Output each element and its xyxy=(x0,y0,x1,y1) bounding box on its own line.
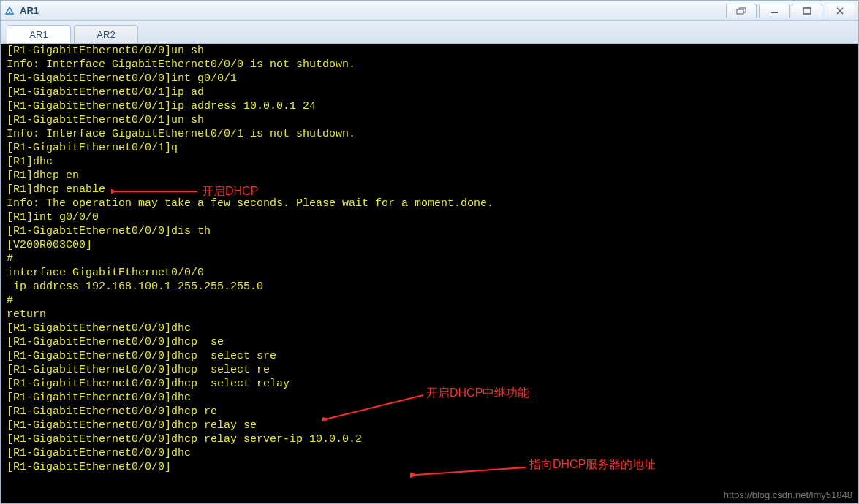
terminal-line: [R1-GigabitEthernet0/0/0]un sh xyxy=(1,44,858,58)
tab-ar2[interactable]: AR2 xyxy=(74,25,138,44)
window-buttons xyxy=(724,4,855,18)
terminal-line: [R1-GigabitEthernet0/0/0] xyxy=(1,460,858,474)
window-title: AR1 xyxy=(20,5,724,16)
terminal-line: [R1-GigabitEthernet0/0/0]dhcp relay se xyxy=(1,419,858,432)
terminal-line: [R1-GigabitEthernet0/0/0]dhcp relay serv… xyxy=(1,432,858,446)
tab-label: AR2 xyxy=(97,29,115,40)
terminal-line: [R1]dhc xyxy=(1,155,858,169)
terminal-line: [R1-GigabitEthernet0/0/1]un sh xyxy=(1,113,858,127)
terminal-line: interface GigabitEthernet0/0/0 xyxy=(1,266,858,280)
terminal-area[interactable]: [R1-GigabitEthernet0/0/0]un shInfo: Inte… xyxy=(1,43,858,503)
terminal-line: # xyxy=(1,294,858,308)
terminal-line: Info: Interface GigabitEthernet0/0/1 is … xyxy=(1,127,858,141)
restore-button[interactable] xyxy=(726,4,757,18)
terminal-line: [R1-GigabitEthernet0/0/1]q xyxy=(1,141,858,155)
terminal-line: [R1-GigabitEthernet0/0/0]dhcp select sre xyxy=(1,349,858,363)
svg-rect-3 xyxy=(803,8,811,14)
close-button[interactable] xyxy=(825,4,855,18)
window-frame: AR1 AR1 AR2 [R1-GigabitEthernet0/0/0]un … xyxy=(0,0,859,504)
terminal-line: [R1-GigabitEthernet0/0/0]dhc xyxy=(1,321,858,335)
terminal-line: return xyxy=(1,308,858,321)
terminal-line: [R1-GigabitEthernet0/0/0]dis th xyxy=(1,224,858,238)
terminal-line: [R1]dhcp enable xyxy=(1,183,858,196)
maximize-button[interactable] xyxy=(792,4,822,18)
tab-ar1[interactable]: AR1 xyxy=(7,25,71,44)
tab-label: AR1 xyxy=(29,29,48,40)
terminal-line: Info: Interface GigabitEthernet0/0/0 is … xyxy=(1,58,858,72)
terminal-line: [R1]dhcp en xyxy=(1,169,858,183)
terminal-line: [R1-GigabitEthernet0/0/0]dhcp se xyxy=(1,335,858,349)
terminal-line: [V200R003C00] xyxy=(1,238,858,252)
terminal-line: [R1-GigabitEthernet0/0/1]ip ad xyxy=(1,85,858,99)
svg-point-0 xyxy=(9,11,10,12)
terminal-line: ip address 192.168.100.1 255.255.255.0 xyxy=(1,280,858,294)
terminal-line: [R1-GigabitEthernet0/0/0]int g0/0/1 xyxy=(1,72,858,85)
terminal-line: [R1-GigabitEthernet0/0/1]ip address 10.0… xyxy=(1,99,858,113)
svg-rect-1 xyxy=(737,9,743,14)
watermark: https://blog.csdn.net/lmy51848 xyxy=(724,489,852,500)
terminal-line: [R1-GigabitEthernet0/0/0]dhcp select rel… xyxy=(1,377,858,391)
terminal-line: # xyxy=(1,252,858,266)
terminal-line: [R1]int g0/0/0 xyxy=(1,210,858,224)
titlebar[interactable]: AR1 xyxy=(1,1,858,21)
terminal-line: [R1-GigabitEthernet0/0/0]dhc xyxy=(1,446,858,460)
app-icon xyxy=(4,5,15,17)
tab-bar: AR1 AR2 xyxy=(1,21,858,43)
terminal-output[interactable]: [R1-GigabitEthernet0/0/0]un shInfo: Inte… xyxy=(1,44,858,503)
terminal-line: [R1-GigabitEthernet0/0/0]dhcp re xyxy=(1,405,858,419)
terminal-line: [R1-GigabitEthernet0/0/0]dhc xyxy=(1,391,858,405)
terminal-line: [R1-GigabitEthernet0/0/0]dhcp select re xyxy=(1,363,858,377)
terminal-line: Info: The operation may take a few secon… xyxy=(1,196,858,210)
minimize-button[interactable] xyxy=(759,4,790,18)
